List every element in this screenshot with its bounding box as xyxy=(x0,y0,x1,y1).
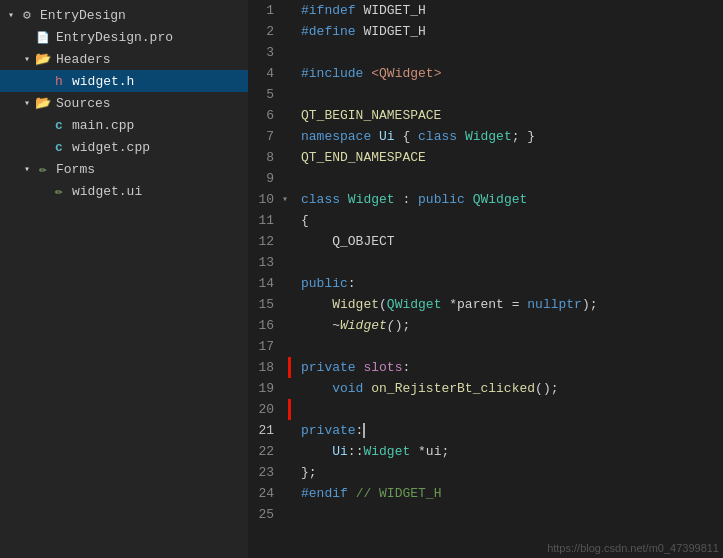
line-3: 3 xyxy=(248,42,280,63)
header-icon: h xyxy=(50,74,68,89)
line-17: 17 xyxy=(248,336,280,357)
widget-ui-label: widget.ui xyxy=(72,184,244,199)
line-6: 6 xyxy=(248,105,280,126)
arrow-icon xyxy=(20,163,34,175)
line-10: 10 xyxy=(248,189,280,210)
line-8: 8 xyxy=(248,147,280,168)
code-line-18: private slots: xyxy=(301,357,723,378)
code-line-20 xyxy=(301,399,723,420)
widget-cpp-label: widget.cpp xyxy=(72,140,244,155)
cpp-icon: c xyxy=(50,118,68,133)
file-explorer: ⚙ EntryDesign 📄 EntryDesign.pro 📂 Header… xyxy=(0,0,248,558)
main-cpp-file[interactable]: c main.cpp xyxy=(0,114,248,136)
line-2: 2 xyxy=(248,21,280,42)
widget-h-label: widget.h xyxy=(72,74,244,89)
arrow-icon xyxy=(4,9,18,21)
line-4: 4 xyxy=(248,63,280,84)
code-line-17 xyxy=(301,336,723,357)
line-5: 5 xyxy=(248,84,280,105)
arrow-icon xyxy=(20,97,34,109)
project-root[interactable]: ⚙ EntryDesign xyxy=(0,4,248,26)
code-line-9 xyxy=(301,168,723,189)
forms-icon: ✏ xyxy=(34,161,52,177)
line-numbers: 1 2 3 4 5 6 7 8 9 10 11 12 13 14 15 16 1… xyxy=(248,0,288,558)
code-line-1: #ifndef WIDGET_H xyxy=(301,0,723,21)
forms-label: Forms xyxy=(56,162,244,177)
line-1: 1 xyxy=(248,0,280,21)
headers-folder[interactable]: 📂 Headers xyxy=(0,48,248,70)
line-12: 12 xyxy=(248,231,280,252)
code-content[interactable]: #ifndef WIDGET_H #define WIDGET_H #inclu… xyxy=(291,0,723,558)
line-25: 25 xyxy=(248,504,280,525)
sources-folder[interactable]: 📂 Sources xyxy=(0,92,248,114)
code-line-12: Q_OBJECT xyxy=(301,231,723,252)
arrow-icon xyxy=(20,53,34,65)
line-20: 20 xyxy=(248,399,280,420)
pro-file[interactable]: 📄 EntryDesign.pro xyxy=(0,26,248,48)
line-24: 24 xyxy=(248,483,280,504)
line-19: 19 xyxy=(248,378,280,399)
widget-ui-file[interactable]: ✏ widget.ui xyxy=(0,180,248,202)
forms-folder[interactable]: ✏ Forms xyxy=(0,158,248,180)
code-line-24: #endif // WIDGET_H xyxy=(301,483,723,504)
line-13: 13 xyxy=(248,252,280,273)
code-line-14: public: xyxy=(301,273,723,294)
line-21: 21 xyxy=(248,420,280,441)
folder-icon: 📂 xyxy=(34,51,52,67)
widget-cpp-file[interactable]: c widget.cpp xyxy=(0,136,248,158)
code-line-13 xyxy=(301,252,723,273)
line-14: 14 xyxy=(248,273,280,294)
project-label: EntryDesign xyxy=(40,8,244,23)
code-line-22: Ui::Widget *ui; xyxy=(301,441,723,462)
sources-label: Sources xyxy=(56,96,244,111)
code-line-19: void on_RejisterBt_clicked(); xyxy=(301,378,723,399)
ui-icon: ✏ xyxy=(50,183,68,199)
line-16: 16 xyxy=(248,315,280,336)
code-line-21: private: xyxy=(301,420,723,441)
line-9: 9 xyxy=(248,168,280,189)
code-line-2: #define WIDGET_H xyxy=(301,21,723,42)
code-line-15: Widget(QWidget *parent = nullptr); xyxy=(301,294,723,315)
gear-icon: ⚙ xyxy=(18,7,36,23)
code-line-4: #include <QWidget> xyxy=(301,63,723,84)
code-editor: 1 2 3 4 5 6 7 8 9 10 11 12 13 14 15 16 1… xyxy=(248,0,723,558)
line-15: 15 xyxy=(248,294,280,315)
code-line-25 xyxy=(301,504,723,525)
red-indicator-bar xyxy=(288,0,291,558)
pro-file-label: EntryDesign.pro xyxy=(56,30,244,45)
red-mark-18 xyxy=(288,357,291,378)
folder-icon: 📂 xyxy=(34,95,52,111)
code-line-10: class Widget : public QWidget xyxy=(301,189,723,210)
red-mark-20 xyxy=(288,399,291,420)
code-line-7: namespace Ui { class Widget; } xyxy=(301,126,723,147)
pro-icon: 📄 xyxy=(34,31,52,44)
cpp-icon: c xyxy=(50,140,68,155)
line-22: 22 xyxy=(248,441,280,462)
line-23: 23 xyxy=(248,462,280,483)
code-line-23: }; xyxy=(301,462,723,483)
code-line-5 xyxy=(301,84,723,105)
line-11: 11 xyxy=(248,210,280,231)
main-cpp-label: main.cpp xyxy=(72,118,244,133)
code-line-11: { xyxy=(301,210,723,231)
code-line-16: ~Widget(); xyxy=(301,315,723,336)
headers-label: Headers xyxy=(56,52,244,67)
code-line-6: QT_BEGIN_NAMESPACE xyxy=(301,105,723,126)
code-line-3 xyxy=(301,42,723,63)
line-18: 18 xyxy=(248,357,280,378)
line-7: 7 xyxy=(248,126,280,147)
widget-h-file[interactable]: h widget.h xyxy=(0,70,248,92)
code-line-8: QT_END_NAMESPACE xyxy=(301,147,723,168)
